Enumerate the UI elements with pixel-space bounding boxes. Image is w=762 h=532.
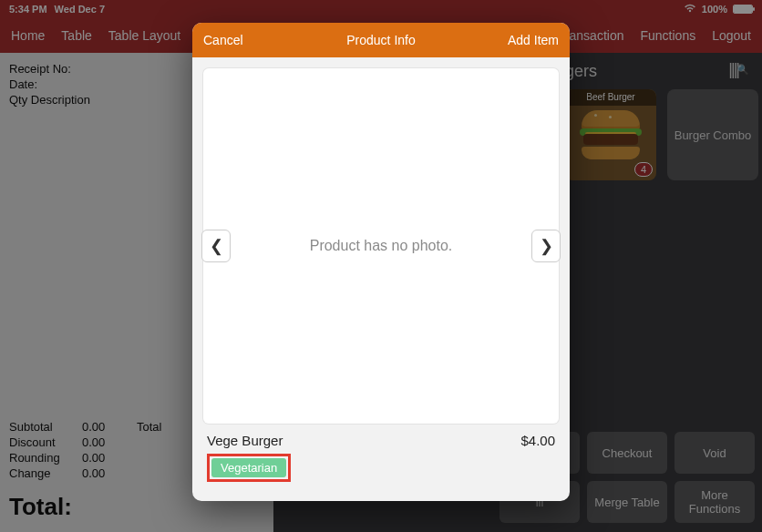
no-photo-text: Product has no photo. — [310, 238, 453, 254]
vegetarian-tag[interactable]: Vegetarian — [211, 458, 286, 477]
photo-next-button[interactable]: ❯ — [531, 230, 561, 262]
product-name: Vege Burger — [207, 433, 283, 448]
modal-cancel-button[interactable]: Cancel — [203, 33, 243, 47]
product-photo-box: Product has no photo. ❮ ❯ — [203, 68, 559, 424]
product-price: $4.00 — [520, 433, 555, 448]
modal-add-item-button[interactable]: Add Item — [508, 33, 559, 47]
product-info-modal: Cancel Product Info Add Item Product has… — [192, 23, 570, 501]
modal-header: Cancel Product Info Add Item — [192, 23, 570, 57]
vegetarian-tag-highlight: Vegetarian — [207, 454, 291, 482]
modal-body: Product has no photo. ❮ ❯ Vege Burger $4… — [192, 57, 570, 501]
photo-prev-button[interactable]: ❮ — [201, 230, 231, 262]
chevron-left-icon: ❮ — [210, 236, 223, 256]
chevron-right-icon: ❯ — [540, 236, 553, 256]
